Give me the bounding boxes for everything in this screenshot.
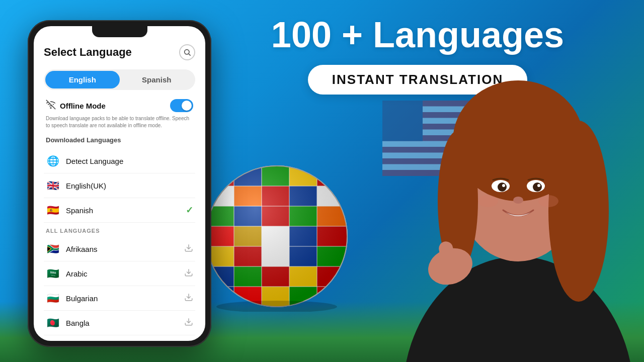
- svg-point-81: [185, 50, 189, 54]
- svg-point-72: [498, 183, 507, 192]
- spain-flag-icon: 🇪🇸: [46, 203, 60, 217]
- tab-spanish[interactable]: Spanish: [120, 71, 194, 88]
- svg-point-61: [206, 166, 347, 307]
- bangla-flag-icon: 🇧🇩: [46, 316, 60, 330]
- detect-language-name: Detect Language: [66, 157, 193, 165]
- toggle-knob: [182, 101, 192, 111]
- offline-label: Offline Mode: [60, 102, 106, 110]
- download-icon[interactable]: [184, 293, 193, 304]
- app-ui: Select Language English Spanish: [34, 26, 205, 341]
- svg-point-80: [538, 195, 558, 207]
- bosnian-flag-icon: 🇧🇦: [46, 340, 60, 341]
- offline-toggle[interactable]: [170, 99, 193, 112]
- svg-point-84: [50, 107, 51, 108]
- person-image: [392, 20, 644, 362]
- spanish-name: Spanish: [66, 206, 186, 215]
- svg-point-63: [216, 301, 337, 312]
- download-icon[interactable]: [184, 268, 193, 279]
- downloaded-languages-label: Downloaded Languages: [44, 136, 195, 144]
- svg-point-73: [533, 183, 542, 192]
- offline-description: Download language packs to be able to tr…: [44, 115, 195, 129]
- bulgarian-name: Bulgarian: [66, 294, 184, 303]
- svg-point-68: [548, 121, 609, 302]
- offline-icon: [46, 100, 56, 112]
- arabic-name: Arabic: [66, 269, 184, 278]
- svg-point-79: [478, 195, 498, 207]
- language-tabs: English Spanish: [44, 69, 195, 90]
- uk-flag-icon: 🇬🇧: [46, 178, 60, 193]
- list-item[interactable]: 🇿🇦 Afrikaans: [44, 237, 195, 261]
- phone-mockup: Select Language English Spanish: [28, 20, 211, 352]
- globe-svg: [201, 161, 352, 312]
- list-item[interactable]: 🇬🇧 English(UK): [44, 173, 195, 198]
- list-item[interactable]: 🇧🇩 Bangla: [44, 311, 195, 335]
- app-header: Select Language: [44, 44, 195, 60]
- list-item[interactable]: 🇧🇬 Bulgarian: [44, 286, 195, 311]
- globe-area: [201, 161, 372, 332]
- download-icon[interactable]: [184, 317, 193, 328]
- bulgarian-flag-icon: 🇧🇬: [46, 291, 60, 305]
- search-button[interactable]: [179, 44, 195, 60]
- afrikaans-name: Afrikaans: [66, 245, 184, 253]
- list-item[interactable]: 🇸🇦 Arabic: [44, 261, 195, 286]
- downloaded-check-icon: ✓: [186, 205, 193, 216]
- offline-mode-left: Offline Mode: [46, 100, 106, 112]
- download-icon[interactable]: [184, 243, 193, 254]
- phone-screen: Select Language English Spanish: [34, 26, 205, 341]
- afrikaans-flag-icon: 🇿🇦: [46, 242, 60, 256]
- svg-line-82: [189, 54, 191, 56]
- detect-flag-icon: 🌐: [46, 154, 60, 168]
- english-uk-name: English(UK): [66, 182, 193, 190]
- tab-english[interactable]: English: [45, 71, 120, 88]
- bangla-name: Bangla: [66, 319, 184, 327]
- svg-point-75: [537, 184, 540, 187]
- app-title: Select Language: [44, 46, 132, 59]
- arabic-flag-icon: 🇸🇦: [46, 266, 60, 281]
- all-languages-label: ALL LANGUAGES: [46, 228, 195, 234]
- svg-point-76: [513, 197, 523, 204]
- phone-notch: [92, 26, 147, 37]
- list-item[interactable]: 🇧🇦 Bosnian: [44, 335, 195, 341]
- svg-point-74: [502, 184, 505, 187]
- list-item[interactable]: 🇪🇸 Spanish ✓: [44, 198, 195, 223]
- list-item[interactable]: 🌐 Detect Language: [44, 149, 195, 173]
- offline-mode-row: Offline Mode: [44, 99, 195, 112]
- phone-outer: Select Language English Spanish: [28, 20, 211, 347]
